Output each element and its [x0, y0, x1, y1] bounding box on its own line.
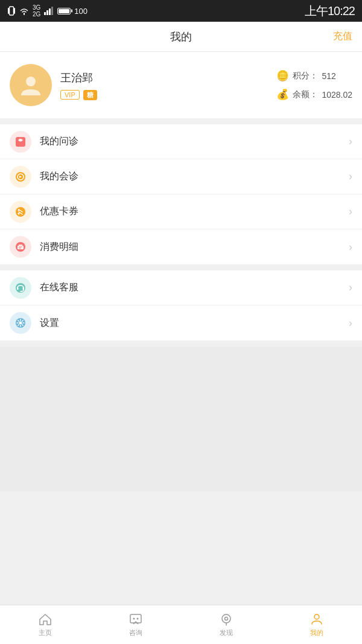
expense-icon: [14, 241, 27, 253]
mine-tab-icon: [310, 612, 324, 626]
balance-label: 余额：: [293, 89, 318, 100]
profile-info: 王治郢 VIP 糖: [60, 71, 97, 100]
tab-mine[interactable]: 我的: [272, 605, 362, 644]
svg-rect-6: [51, 7, 53, 15]
tab-home-label: 主页: [39, 628, 52, 637]
svg-point-13: [18, 212, 20, 214]
wifi-icon: [19, 7, 29, 15]
svg-point-25: [137, 618, 139, 620]
settings-icon: [14, 317, 27, 329]
svg-point-22: [19, 322, 22, 325]
vibrate-icon: [7, 6, 16, 16]
points-value: 512: [322, 71, 335, 81]
svg-point-29: [314, 614, 319, 619]
consultation-icon: [14, 136, 27, 148]
scroll-area: 王治郢 VIP 糖 🪙 积分： 512 💰 余额： 1028.02: [0, 52, 362, 644]
chevron-icon: ›: [349, 281, 352, 294]
signal-icon: [44, 7, 54, 15]
chevron-icon: ›: [349, 317, 352, 330]
coupon-label: 优惠卡券: [40, 205, 349, 218]
svg-point-12: [18, 209, 20, 211]
tab-mine-label: 我的: [310, 628, 323, 637]
svg-rect-1: [10, 7, 14, 15]
balance-value: 1028.02: [322, 90, 352, 100]
profile-left: 王治郢 VIP 糖: [10, 64, 97, 106]
settings-icon-wrap: [10, 312, 31, 334]
chevron-icon: ›: [349, 205, 352, 218]
svg-rect-19: [17, 287, 19, 290]
svg-point-24: [133, 618, 135, 620]
customer-service-icon-wrap: [10, 277, 31, 299]
svg-point-7: [26, 77, 36, 86]
svg-rect-5: [49, 8, 51, 15]
ward-round-icon-wrap: [10, 166, 31, 188]
battery-label: 100: [74, 7, 87, 16]
profile-card: 王治郢 VIP 糖 🪙 积分： 512 💰 余额： 1028.02: [0, 52, 362, 118]
menu-item-coupon[interactable]: 优惠卡券 ›: [0, 194, 362, 229]
menu-item-settings[interactable]: 设置 ›: [0, 305, 362, 340]
tab-consult[interactable]: 咨询: [91, 605, 181, 644]
svg-point-26: [222, 614, 230, 623]
balance-row: 💰 余额： 1028.02: [276, 88, 352, 101]
page-title: 我的: [170, 30, 192, 44]
chevron-icon: ›: [349, 170, 352, 183]
chevron-icon: ›: [349, 241, 352, 253]
balance-icon: 💰: [276, 88, 289, 101]
points-icon: 🪙: [276, 69, 289, 82]
time-label: 上午10:22: [305, 3, 355, 19]
menu-group-2: 在线客服 › 设置 ›: [0, 270, 362, 340]
svg-point-27: [225, 617, 228, 620]
top-nav: 我的 充值: [0, 22, 362, 52]
status-left: 3G2G 100: [7, 4, 87, 18]
points-row: 🪙 积分： 512: [276, 69, 335, 82]
tab-discover-label: 发现: [220, 628, 233, 637]
menu-item-consultation[interactable]: 我的问诊 ›: [0, 124, 362, 159]
customer-service-icon: [14, 282, 27, 294]
expense-icon-wrap: [10, 236, 31, 258]
candy-badge: 糖: [83, 90, 97, 100]
svg-rect-4: [46, 10, 48, 15]
tab-consult-label: 咨询: [129, 628, 142, 637]
avatar[interactable]: [10, 64, 52, 106]
expense-label: 消费明细: [40, 241, 349, 253]
network-label: 3G2G: [33, 4, 40, 18]
chevron-icon: ›: [349, 135, 352, 148]
svg-rect-2: [14, 8, 15, 14]
customer-service-label: 在线客服: [40, 281, 349, 294]
home-tab-icon: [38, 612, 52, 626]
vip-badge: VIP: [60, 90, 80, 100]
tab-bar: 主页 咨询 发现 我的: [0, 605, 362, 644]
svg-rect-0: [8, 8, 9, 14]
svg-point-11: [16, 207, 25, 217]
svg-rect-3: [44, 12, 46, 15]
profile-stats: 🪙 积分： 512 💰 余额： 1028.02: [276, 69, 352, 101]
consultation-label: 我的问诊: [40, 135, 349, 148]
tab-discover[interactable]: 发现: [181, 605, 272, 644]
menu-item-ward-round[interactable]: 我的会诊 ›: [0, 159, 362, 194]
ward-round-icon: [14, 171, 27, 183]
consult-tab-icon: [129, 612, 143, 626]
tab-home[interactable]: 主页: [0, 605, 91, 644]
battery-icon: [57, 8, 71, 14]
status-bar: 3G2G 100 上午10:22: [0, 0, 362, 22]
coupon-icon: [14, 206, 27, 218]
svg-rect-8: [16, 137, 25, 147]
ward-round-label: 我的会诊: [40, 170, 349, 183]
menu-item-expense[interactable]: 消费明细 ›: [0, 229, 362, 264]
recharge-button[interactable]: 充值: [333, 30, 352, 43]
points-label: 积分：: [293, 71, 318, 81]
consultation-icon-wrap: [10, 131, 31, 153]
discover-tab-icon: [219, 612, 233, 626]
settings-label: 设置: [40, 317, 349, 330]
profile-name: 王治郢: [60, 71, 97, 85]
svg-rect-15: [17, 246, 24, 249]
main-content: 我的 充值 王治郢 VIP 糖: [0, 22, 362, 644]
profile-badges: VIP 糖: [60, 90, 97, 100]
coupon-icon-wrap: [10, 201, 31, 223]
avatar-icon: [18, 72, 43, 98]
grey-filler: [0, 346, 362, 491]
menu-group-1: 我的问诊 › 我的会诊 ›: [0, 124, 362, 264]
menu-item-customer-service[interactable]: 在线客服 ›: [0, 270, 362, 305]
